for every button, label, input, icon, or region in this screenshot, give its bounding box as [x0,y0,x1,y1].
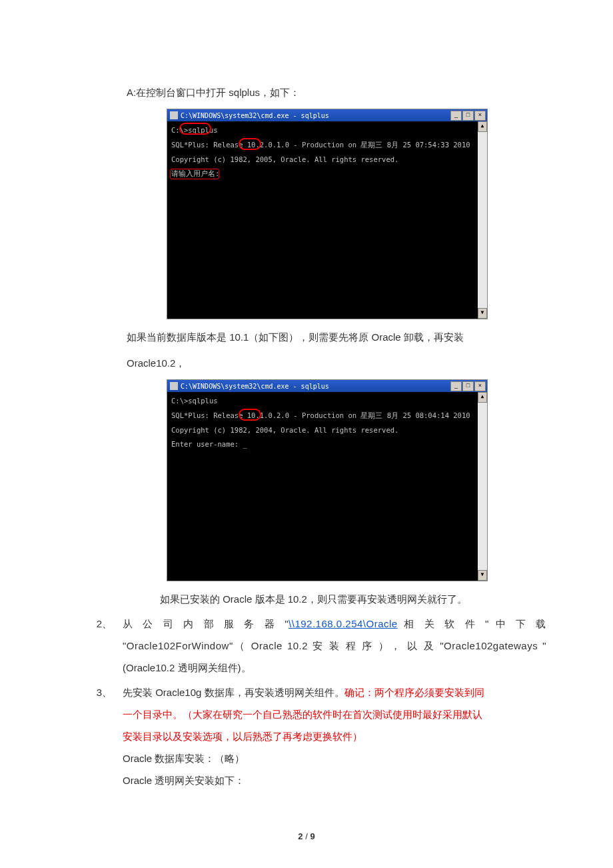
text-line: (Oracle10.2 透明网关组件)。 [123,657,546,679]
paragraph: Oracle10.2， [127,352,546,374]
server-link[interactable]: \\192.168.0.254\Oracle [289,618,398,629]
scrollbar[interactable]: ▲ ▼ [478,121,487,319]
term-line: SQL*Plus: Release 10.1.0.2.0 - Productio… [171,411,483,421]
paragraph: 如果已安装的 Oracle 版本是 10.2，则只需要再安装透明网关就行了。 [160,588,546,610]
term-line: C:\>sqlplus [171,125,483,136]
maximize-button[interactable]: □ [462,381,474,391]
line-a: A:在控制台窗口中打开 sqlplus，如下： [127,81,546,103]
text-line: Oracle 数据库安装：（略） [123,747,546,769]
term-line: C:\>sqlplus [171,396,483,407]
scroll-down-icon[interactable]: ▼ [478,308,487,319]
text-line: 安装目录以及安装选项，以后熟悉了再考虑更换软件） [123,725,546,747]
term-line: Enter user-name: _ [171,439,483,450]
text-line: Oracle 透明网关安装如下： [123,769,546,791]
term-line: Copyright (c) 1982, 2005, Oracle. All ri… [171,155,483,165]
terminal-output: C:\>sqlplus SQL*Plus: Release 10.1.0.2.0… [167,392,487,581]
term-line: Copyright (c) 1982, 2004, Oracle. All ri… [171,425,483,436]
document-page: A:在控制台窗口中打开 sqlplus，如下： C:\WINDOWS\syste… [0,0,613,868]
screenshot-sqlplus-10-1: C:\WINDOWS\system32\cmd.exe - sqlplus _ … [167,379,546,581]
window-title: C:\WINDOWS\system32\cmd.exe - sqlplus [181,112,450,119]
text: 从 公 司 内 部 服 务 器 " [123,618,289,629]
page-current: 2 [298,831,303,841]
text-line: 先安装 Oracle10g 数据库，再安装透明网关组件。确记：两个程序必须要安装… [123,681,546,703]
text-line: "Oracle102ForWindow"（ Oracle 10.2 安 装 程 … [123,635,546,657]
list-number: 2、 [67,613,123,679]
term-line: SQL*Plus: Release 10.2.0.1.0 - Productio… [171,140,483,151]
close-button[interactable]: × [474,111,486,121]
paragraph: 如果当前数据库版本是 10.1（如下图），则需要先将原 Oracle 卸载，再安… [127,326,546,348]
text-line: 一个目录中。（大家在研究一个自己熟悉的软件时在首次测试使用时最好采用默认 [123,703,546,725]
minimize-button[interactable]: _ [450,111,462,121]
scroll-up-icon[interactable]: ▲ [478,392,487,403]
terminal-output: C:\>sqlplus SQL*Plus: Release 10.2.0.1.0… [167,121,487,319]
screenshot-sqlplus-10-2: C:\WINDOWS\system32\cmd.exe - sqlplus _ … [167,109,546,319]
window-titlebar: C:\WINDOWS\system32\cmd.exe - sqlplus _ … [167,109,487,121]
window-title: C:\WINDOWS\system32\cmd.exe - sqlplus [181,383,450,390]
cmd-icon [170,111,178,119]
text: 先安装 Oracle10g 数据库，再安装透明网关组件。 [123,687,344,698]
list-number: 3、 [67,681,123,791]
page-number: 2 / 9 [0,831,613,841]
scroll-up-icon[interactable]: ▲ [478,121,487,132]
text-red: 确记：两个程序必须要安装到同 [344,687,484,698]
text: 相 关 软 件 " 中 下 载 [398,618,546,629]
term-line: 请输入用户名: [171,169,483,179]
window-titlebar: C:\WINDOWS\system32\cmd.exe - sqlplus _ … [167,380,487,392]
maximize-button[interactable]: □ [462,111,474,121]
text-line: 从 公 司 内 部 服 务 器 "\\192.168.0.254\Oracle … [123,613,546,635]
list-item-3: 3、 先安装 Oracle10g 数据库，再安装透明网关组件。确记：两个程序必须… [67,681,546,791]
close-button[interactable]: × [474,381,486,391]
page-sep: / [303,831,310,841]
cmd-icon [170,382,178,390]
page-total: 9 [310,831,314,841]
list-item-2: 2、 从 公 司 内 部 服 务 器 "\\192.168.0.254\Orac… [67,613,546,679]
minimize-button[interactable]: _ [450,381,462,391]
scroll-down-icon[interactable]: ▼ [478,570,487,581]
scrollbar[interactable]: ▲ ▼ [478,392,487,581]
